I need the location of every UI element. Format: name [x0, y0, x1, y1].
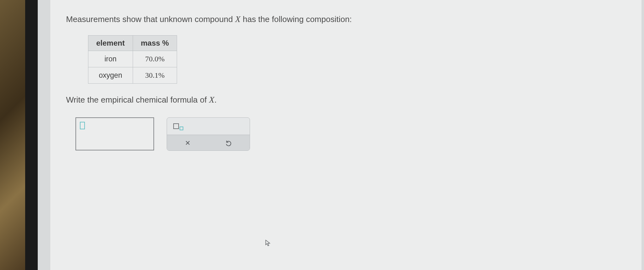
tool-bottom-row — [167, 135, 250, 150]
table-row: oxygen 30.1% — [88, 67, 177, 84]
answer-input[interactable] — [75, 117, 154, 150]
instruction-text: Write the empirical chemical formula of … — [66, 95, 626, 105]
tool-panel — [167, 117, 250, 151]
answer-placeholder-icon — [80, 122, 85, 129]
subscript-sub-icon — [180, 127, 183, 130]
cell-element: iron — [88, 51, 133, 67]
table-header-row: element mass % — [88, 36, 177, 51]
subscript-button[interactable] — [173, 123, 183, 129]
prompt-prefix: Measurements show that unknown compound — [66, 14, 235, 24]
monitor-bezel — [25, 0, 38, 270]
question-panel: Measurements show that unknown compound … — [50, 0, 641, 270]
instruction-prefix: Write the empirical chemical formula of — [66, 95, 209, 104]
close-icon — [184, 139, 191, 146]
prompt-variable: X — [235, 14, 241, 24]
cell-mass: 30.1% — [133, 67, 177, 84]
header-element: element — [88, 36, 133, 51]
answer-row — [75, 117, 626, 151]
cell-mass: 70.0% — [133, 51, 177, 67]
cursor-icon — [264, 239, 272, 248]
clear-button[interactable] — [167, 135, 208, 150]
instruction-suffix: . — [214, 95, 217, 104]
instruction-variable: X — [209, 95, 214, 104]
subscript-base-icon — [173, 123, 179, 129]
cell-element: oxygen — [88, 67, 133, 84]
tool-top-row — [167, 118, 250, 135]
reset-button[interactable] — [208, 135, 250, 150]
prompt-suffix: has the following composition: — [241, 14, 352, 24]
header-mass: mass % — [133, 36, 177, 51]
table-row: iron 70.0% — [88, 51, 177, 67]
undo-icon — [225, 139, 232, 146]
composition-table: element mass % iron 70.0% oxygen 30.1% — [88, 35, 177, 84]
prompt-text: Measurements show that unknown compound … — [66, 13, 626, 26]
